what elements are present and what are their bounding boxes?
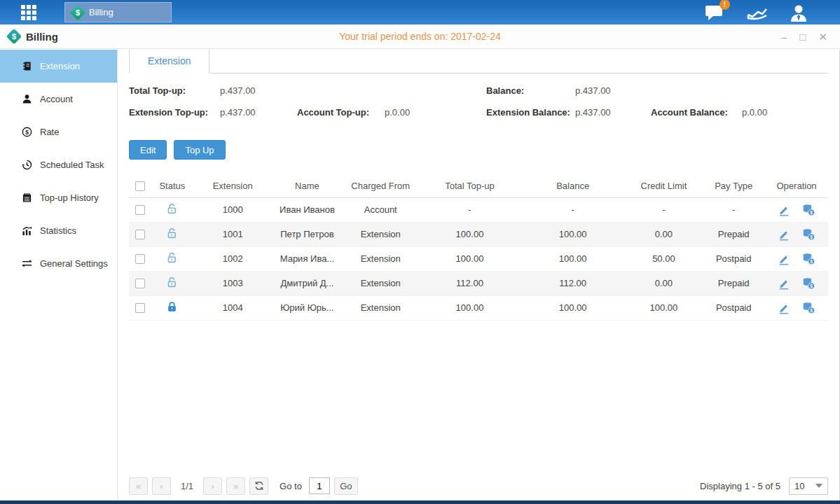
edit-pencil-icon[interactable]	[778, 277, 790, 290]
sidebar-item-topup-history[interactable]: Top-up History	[0, 181, 117, 214]
account-topup-label: Account Top-up:	[297, 107, 369, 118]
taskbar-tab-label: Billing	[89, 7, 113, 18]
row-checkbox[interactable]	[135, 254, 145, 264]
svg-text:$: $	[810, 259, 813, 265]
notepad-icon	[22, 192, 32, 203]
taskbar-billing-tab[interactable]: $ Billing	[64, 2, 172, 22]
unlocked-icon	[166, 251, 178, 264]
table-row: 1002Мария Ива...Extension100.00100.0050.…	[129, 246, 828, 271]
col-credit-limit: Credit Limit	[626, 174, 703, 197]
topup-coins-icon[interactable]: $	[801, 252, 815, 265]
row-checkbox[interactable]	[135, 279, 145, 288]
refresh-icon	[254, 481, 264, 491]
last-page-button[interactable]: »	[226, 477, 245, 495]
sidebar-item-statistics[interactable]: Statistics	[0, 214, 117, 247]
balance-cell: 100.00	[521, 246, 626, 271]
topup-coins-icon[interactable]: $	[801, 276, 815, 290]
pay-type-cell: Prepaid	[702, 222, 765, 246]
credit-limit-cell: 0.00	[626, 271, 703, 295]
col-extension: Extension	[193, 174, 273, 197]
user-account-icon[interactable]	[789, 4, 808, 21]
table-row: 1003Дмитрий Д...Extension112.00112.000.0…	[129, 271, 828, 295]
extension-topup-value: p.437.00	[220, 107, 256, 118]
refresh-button[interactable]	[249, 477, 268, 495]
name-cell: Юрий Юрь...	[273, 295, 343, 320]
account-topup-value: p.0.00	[385, 107, 410, 118]
notifications-chat-icon[interactable]: !	[705, 4, 724, 21]
bottom-strip	[0, 500, 840, 504]
edit-pencil-icon[interactable]	[778, 204, 790, 216]
name-cell: Дмитрий Д...	[273, 271, 343, 295]
total-topup-label: Total Top-up:	[129, 85, 186, 96]
account-balance-value: p.0.00	[742, 107, 767, 118]
dollar-circle-icon: $	[22, 127, 32, 137]
row-checkbox[interactable]	[135, 230, 145, 239]
sidebar-item-general-settings[interactable]: General Settings	[0, 247, 117, 280]
total-topup-cell: -	[419, 197, 521, 222]
goto-page-input[interactable]	[309, 477, 330, 494]
maximize-icon[interactable]: □	[799, 31, 806, 42]
svg-text:$: $	[810, 308, 813, 314]
page-size-select[interactable]: 10	[789, 477, 828, 495]
edit-pencil-icon[interactable]	[778, 302, 790, 314]
svg-text:$: $	[810, 210, 813, 216]
topup-coins-icon[interactable]: $	[801, 227, 815, 241]
locked-icon	[166, 300, 178, 313]
top-up-button[interactable]: Top Up	[174, 140, 225, 160]
charged-from-cell: Account	[342, 197, 419, 222]
row-checkbox[interactable]	[135, 303, 145, 313]
topup-coins-icon[interactable]: $	[801, 203, 815, 216]
topup-coins-icon[interactable]: $	[801, 301, 815, 314]
sidebar-item-rate[interactable]: $ Rate	[0, 115, 117, 148]
row-checkbox[interactable]	[135, 205, 145, 215]
col-status: Status	[151, 174, 193, 197]
reports-chart-icon[interactable]	[747, 4, 766, 21]
extension-cell: 1004	[193, 295, 273, 320]
apps-grid-icon[interactable]	[21, 5, 36, 20]
page-info: 1/1	[175, 481, 199, 491]
main-content: Extension Total Top-up: p.437.00 Balance…	[118, 50, 839, 500]
name-cell: Петр Петров	[273, 222, 343, 246]
status-cell	[151, 271, 193, 295]
sidebar-item-account[interactable]: Account	[0, 83, 117, 115]
edit-pencil-icon[interactable]	[778, 228, 790, 241]
balance-value: p.437.00	[575, 85, 611, 96]
pay-type-cell: Postpaid	[702, 246, 765, 271]
prev-page-button[interactable]: ‹	[152, 477, 171, 495]
next-page-button[interactable]: ›	[203, 477, 222, 495]
notification-badge: !	[719, 0, 730, 10]
minimize-icon[interactable]: –	[781, 31, 787, 42]
stats-icon	[22, 225, 32, 236]
operation-cell: $	[765, 276, 828, 290]
close-icon[interactable]: ✕	[818, 31, 827, 42]
sidebar-label: General Settings	[40, 258, 108, 269]
total-topup-value: p.437.00	[220, 85, 256, 96]
displaying-info: Displaying 1 - 5 of 5	[700, 481, 780, 491]
col-balance: Balance	[521, 174, 626, 197]
extension-balance-label: Extension Balance:	[486, 107, 570, 118]
svg-text:$: $	[810, 234, 813, 240]
extension-cell: 1000	[193, 197, 273, 222]
status-cell	[151, 222, 193, 246]
charged-from-cell: Extension	[342, 246, 419, 271]
operation-cell: $	[765, 227, 828, 241]
sidebar-label: Top-up History	[40, 192, 99, 203]
name-cell: Иван Иванов	[273, 197, 343, 222]
sidebar-label: Extension	[40, 61, 80, 71]
tab-extension[interactable]: Extension	[129, 50, 209, 74]
select-all-checkbox[interactable]	[135, 181, 145, 191]
status-cell	[151, 197, 193, 222]
billing-diamond-icon: $	[70, 4, 86, 20]
edit-button[interactable]: Edit	[129, 140, 167, 160]
edit-pencil-icon[interactable]	[778, 253, 790, 265]
operation-cell: $	[765, 203, 828, 216]
person-icon	[22, 94, 32, 104]
sidebar-item-scheduled-task[interactable]: Scheduled Task	[0, 148, 117, 181]
status-cell	[151, 246, 193, 271]
total-topup-cell: 112.00	[419, 271, 521, 295]
sidebar-label: Account	[40, 94, 73, 104]
sidebar-item-extension[interactable]: Extension	[0, 50, 117, 83]
go-button[interactable]: Go	[334, 477, 358, 495]
first-page-button[interactable]: «	[129, 477, 148, 495]
operation-cell: $	[765, 252, 828, 265]
